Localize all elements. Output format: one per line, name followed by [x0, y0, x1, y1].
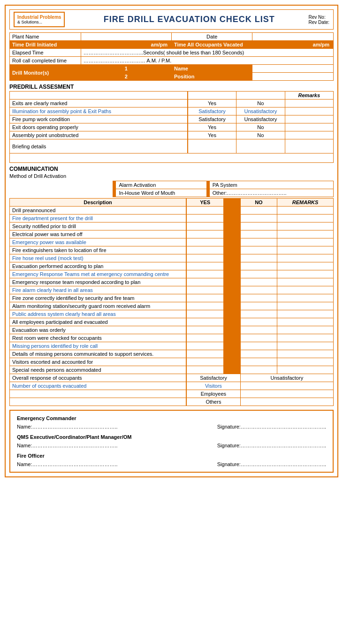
checklist-employees: Employees	[10, 390, 334, 398]
checklist-others: Others	[10, 398, 334, 406]
number-label: Number of occupants evacuated	[10, 382, 186, 390]
sig-line-2: Signature:…………………………………………..	[217, 443, 326, 448]
checklist-row-0: Drill preannounced	[10, 207, 334, 215]
rollcall-value: ……………………………… A.M. / P.M.	[81, 57, 333, 65]
signature-section: Emergency Commander Name:…………………………………………	[9, 410, 334, 473]
col-no-header: NO	[240, 199, 277, 207]
checklist-row-8: Emergency Response Teams met at emergenc…	[10, 270, 334, 278]
logo-line2: & Solutions...	[17, 20, 61, 24]
predrill-remarks-header: Remarks	[285, 92, 333, 100]
sig-name-1: Name:…………………………………………..	[17, 424, 118, 429]
predrill-desc-3: Exit doors operating properly	[10, 123, 188, 131]
checklist-row-10: Fire alarm clearly heard in all areas	[10, 286, 334, 294]
method-table: Alarm Activation PA System In-House Word…	[9, 181, 334, 197]
checklist-table: Description YES NO REMARKS Drill preanno…	[9, 198, 334, 406]
monitor1-name-label: Name	[171, 65, 252, 73]
method-label: Method of Drill Activation	[9, 173, 334, 179]
checklist-row-20: Special needs persons accommodated	[10, 366, 334, 374]
qms-label: QMS Executive/Coordinator/Plant Manager/…	[17, 434, 326, 440]
communication-header: COMMUNICATION	[9, 166, 334, 172]
logo-line1: Industrial Problems	[17, 15, 61, 20]
checklist-row-13: Public address system clearly heard all …	[10, 310, 334, 318]
predrill-table: Remarks Exits are clearly marked Yes No …	[9, 91, 334, 163]
fire-officer-label: Fire Officer	[17, 453, 326, 459]
checklist-number: Number of occupants evacuated Visitors	[10, 382, 334, 390]
checklist-row-17: Missing persons identified by role call	[10, 342, 334, 350]
checklist-row-4: Emergency power was available	[10, 238, 334, 246]
checklist-row-15: Evacuation was orderly	[10, 326, 334, 334]
checklist-row-16: Rest room were checked for occupants	[10, 334, 334, 342]
other: Other:……………………………..	[209, 189, 333, 197]
checklist-row-2: Security notified prior to drill	[10, 222, 334, 230]
ampm2: am/pm	[252, 41, 334, 49]
predrill-desc-1: Illumination for assembly point & Exit P…	[10, 107, 188, 115]
alarm-activation: Alarm Activation	[116, 181, 206, 189]
predrill-desc-0: Exits are clearly marked	[10, 100, 188, 107]
predrill-row-4: Assembly point unobstructed Yes No	[10, 131, 334, 139]
rev-no: Rev No:	[309, 15, 329, 20]
checklist-row-19: Visitors escorted and accounted for	[10, 358, 334, 366]
monitor2-pos-value[interactable]	[252, 73, 334, 81]
predrill-row-1: Illumination for assembly point & Exit P…	[10, 107, 334, 115]
col-remarks-header: REMARKS	[277, 199, 334, 207]
sig-name-2: Name:…………………………………………..	[17, 443, 118, 448]
sig-name-3: Name:…………………………………………..	[17, 461, 118, 467]
rev-date: Rev Date:	[309, 20, 329, 25]
checklist-row-18: Details of missing persons communicated …	[10, 350, 334, 358]
predrill-row-0: Exits are clearly marked Yes No	[10, 100, 334, 107]
rollcall-label: Roll call completed time	[10, 57, 81, 65]
predrill-row-2: Fire pump work condition Satisfactory Un…	[10, 115, 334, 123]
checklist-row-14: All employees participated and evacuated	[10, 318, 334, 326]
sig-line-3: Signature:…………………………………………..	[217, 461, 326, 467]
date-value[interactable]	[252, 33, 334, 41]
elapsed-value: ……………………………..Seconds( should be less tha…	[81, 49, 333, 57]
plant-name-label: Plant Name	[10, 33, 81, 41]
sig-line-1: Signature:…………………………………………..	[217, 424, 326, 429]
checklist-row-11: Fire zone correctly identified by securi…	[10, 294, 334, 302]
checklist-row-1: Fire department present for the drill	[10, 215, 334, 222]
monitor2-num: 2	[81, 73, 171, 81]
checklist-row-9: Emergency response team responded accord…	[10, 278, 334, 286]
plant-name-value[interactable]	[81, 33, 171, 41]
overall-label: Overall response of occupants	[10, 374, 186, 382]
monitor2-pos-label: Position	[171, 73, 252, 81]
checklist-overall: Overall response of occupants Satisfacto…	[10, 374, 334, 382]
predrill-blank-row	[10, 153, 334, 163]
checklist-row-7: Evacuation performed according to plan	[10, 262, 334, 270]
info-table: Plant Name Date Time Drill Initiated am/…	[9, 32, 334, 81]
col-desc-header: Description	[10, 199, 186, 207]
in-house: In-House Word of Mouth	[116, 189, 206, 197]
predrill-row-5: Briefing details	[10, 139, 334, 153]
predrill-row-3: Exit doors operating properly Yes No	[10, 123, 334, 131]
checklist-row-12: Alarm monitoring station/security guard …	[10, 302, 334, 310]
emergency-commander-label: Emergency Commander	[17, 415, 326, 421]
checklist-row-6: Fire hose reel used (mock test)	[10, 254, 334, 262]
drill-monitor-label: Drill Monitor(s)	[10, 65, 81, 81]
time-vacated-label: Time All Occupants Vacated	[171, 41, 252, 49]
ampm1: am/pm	[81, 41, 171, 49]
monitor1-num: 1	[81, 65, 171, 73]
monitor1-name-value[interactable]	[252, 65, 334, 73]
predrill-desc-5: Briefing details	[10, 139, 188, 153]
predrill-desc-4: Assembly point unobstructed	[10, 131, 188, 139]
time-drill-label: Time Drill Initiated	[10, 41, 81, 49]
date-label: Date	[171, 33, 252, 41]
checklist-row-3: Electrical power was turned off	[10, 230, 334, 238]
page-title: FIRE DRILL EVACUATION CHECK LIST	[70, 15, 309, 24]
elapsed-label: Elapsed Time	[10, 49, 81, 57]
predrill-desc-2: Fire pump work condition	[10, 115, 188, 123]
predrill-header: PREDRILL ASSESMENT	[9, 84, 334, 90]
col-yes-header: YES	[187, 199, 224, 207]
checklist-row-5: Fire extinguishers taken to location of …	[10, 246, 334, 254]
pa-system: PA System	[209, 181, 333, 189]
